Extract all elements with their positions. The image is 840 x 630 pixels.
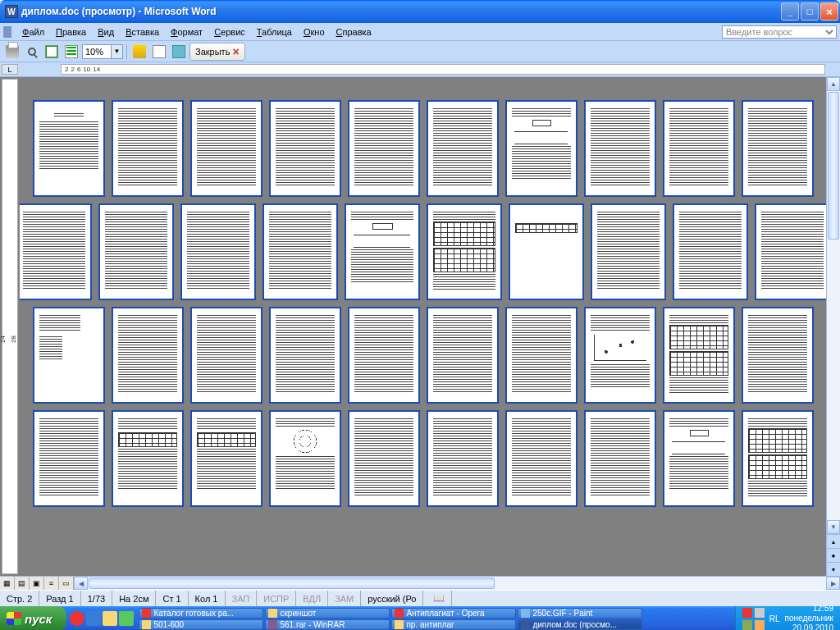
page-thumbnail[interactable]	[98, 203, 174, 300]
print-view-button[interactable]: ▣	[30, 577, 44, 590]
menu-окно[interactable]: Окно	[298, 25, 331, 39]
status-pagecount[interactable]: 1/73	[81, 591, 112, 606]
ruler-tab-button[interactable]: L	[2, 64, 18, 75]
scroll-up-button[interactable]: ▲	[827, 77, 840, 91]
page-thumbnail[interactable]	[112, 410, 184, 507]
status-trk[interactable]: ИСПР	[257, 591, 296, 606]
hscroll-track[interactable]	[88, 577, 826, 590]
status-spellcheck-icon[interactable]: 📖	[427, 591, 452, 606]
normal-view-button[interactable]: ▦	[0, 577, 15, 590]
ql-icon[interactable]	[119, 611, 134, 626]
taskbar-task[interactable]: 250c.GIF - Paint	[518, 608, 642, 619]
prev-page-button[interactable]: ▴	[827, 534, 840, 548]
multi-page-button[interactable]	[62, 43, 80, 61]
scroll-left-button[interactable]: ◀	[74, 577, 88, 590]
menu-файл[interactable]: Файл	[16, 25, 50, 39]
tray-icon[interactable]	[742, 620, 752, 630]
page-thumbnail[interactable]	[663, 410, 735, 507]
status-line[interactable]: Ст 1	[156, 591, 188, 606]
status-page[interactable]: Стр. 2	[0, 591, 39, 606]
page-thumbnail[interactable]	[20, 203, 92, 300]
one-page-button[interactable]	[43, 43, 61, 61]
tray-icon[interactable]	[742, 608, 752, 618]
language-indicator[interactable]: RL	[769, 614, 780, 623]
taskbar-task[interactable]: Каталог готовых ра...	[139, 608, 263, 619]
page-thumbnail[interactable]	[742, 100, 814, 197]
zoom-dropdown-arrow[interactable]: ▼	[111, 45, 122, 58]
zoom-combo[interactable]: 10% ▼	[82, 44, 123, 59]
status-section[interactable]: Разд 1	[39, 591, 80, 606]
ql-icon[interactable]	[70, 611, 84, 626]
page-thumbnail[interactable]	[33, 100, 105, 197]
page-thumbnail[interactable]	[190, 410, 262, 507]
page-thumbnail[interactable]	[663, 100, 735, 197]
ask-question-select[interactable]: Введите вопрос	[722, 25, 837, 39]
page-thumbnail[interactable]	[345, 203, 420, 300]
ruler-toggle-button[interactable]	[130, 43, 148, 61]
hscroll-thumb[interactable]	[89, 578, 495, 589]
taskbar-task[interactable]: 561.rar - WinRAR	[265, 619, 390, 630]
page-thumbnail[interactable]	[663, 307, 735, 404]
page-thumbnail[interactable]	[505, 307, 578, 404]
page-thumbnail[interactable]	[742, 410, 814, 507]
page-thumbnail[interactable]	[742, 307, 814, 404]
tray-icon[interactable]	[755, 608, 765, 618]
tray-icon[interactable]	[755, 620, 765, 630]
doc-sys-icon[interactable]	[3, 26, 11, 38]
status-ext[interactable]: ВДЛ	[296, 591, 328, 606]
page-thumbnail[interactable]	[269, 100, 341, 197]
menu-вставка[interactable]: Вставка	[120, 25, 165, 39]
close-preview-button[interactable]: Закрыть ×	[189, 43, 245, 61]
magnifier-button[interactable]	[23, 43, 41, 61]
status-rec[interactable]: ЗАП	[226, 591, 258, 606]
page-thumbnail[interactable]	[505, 410, 578, 507]
menu-сервис[interactable]: Сервис	[208, 25, 251, 39]
taskbar-task[interactable]: скриншот	[265, 608, 390, 619]
vertical-scrollbar[interactable]: ▲ ▼ ▴ ● ▾	[826, 77, 840, 576]
page-thumbnail[interactable]	[348, 100, 420, 197]
page-thumbnail[interactable]	[269, 410, 341, 507]
vertical-ruler[interactable]: 282420161284	[2, 79, 18, 574]
page-thumbnail[interactable]	[427, 203, 502, 300]
page-thumbnail[interactable]	[33, 307, 105, 404]
status-lang[interactable]: русский (Ро	[361, 591, 423, 606]
taskbar-task[interactable]: 501-600	[139, 619, 263, 630]
taskbar-task[interactable]: Антиплагиат - Opera	[391, 608, 516, 619]
page-thumbnail[interactable]	[584, 410, 656, 507]
scroll-right-button[interactable]: ▶	[826, 577, 840, 590]
status-col[interactable]: Кол 1	[189, 591, 226, 606]
taskbar-task[interactable]: диплом.doc (просмо...	[518, 619, 642, 630]
ql-icon[interactable]	[103, 611, 117, 626]
minimize-button[interactable]: _	[781, 2, 799, 21]
page-thumbnail[interactable]	[427, 410, 499, 507]
taskbar-task[interactable]: пр. антиплаг	[391, 619, 516, 630]
reading-view-button[interactable]: ▭	[59, 577, 74, 590]
page-thumbnail[interactable]	[755, 203, 827, 300]
page-thumbnail[interactable]	[180, 203, 256, 300]
print-button[interactable]	[3, 43, 21, 61]
status-at[interactable]: На 2см	[112, 591, 156, 606]
status-ovr[interactable]: ЗАМ	[328, 591, 361, 606]
close-window-button[interactable]: ×	[820, 2, 838, 21]
start-button[interactable]: пуск	[0, 606, 66, 630]
outline-view-button[interactable]: ≡	[44, 577, 59, 590]
page-thumbnail[interactable]	[427, 100, 499, 197]
scroll-down-button[interactable]: ▼	[827, 520, 840, 534]
page-thumbnail[interactable]	[591, 203, 666, 300]
scroll-thumb[interactable]	[828, 92, 839, 240]
page-thumbnail[interactable]	[262, 203, 338, 300]
page-thumbnail[interactable]	[505, 100, 578, 197]
shrink-to-fit-button[interactable]	[150, 43, 168, 61]
menu-вид[interactable]: Вид	[92, 25, 120, 39]
page-thumbnail[interactable]	[33, 410, 105, 507]
fullscreen-button[interactable]	[170, 43, 188, 61]
page-thumbnail[interactable]	[112, 307, 184, 404]
web-view-button[interactable]: ▤	[15, 577, 30, 590]
page-thumbnail[interactable]	[190, 307, 262, 404]
page-thumbnail[interactable]	[269, 307, 341, 404]
page-thumbnail[interactable]	[509, 203, 584, 300]
browse-object-button[interactable]: ●	[827, 548, 840, 562]
menu-формат[interactable]: Формат	[165, 25, 208, 39]
page-thumbnail[interactable]	[348, 410, 420, 507]
menu-правка[interactable]: Правка	[50, 25, 92, 39]
